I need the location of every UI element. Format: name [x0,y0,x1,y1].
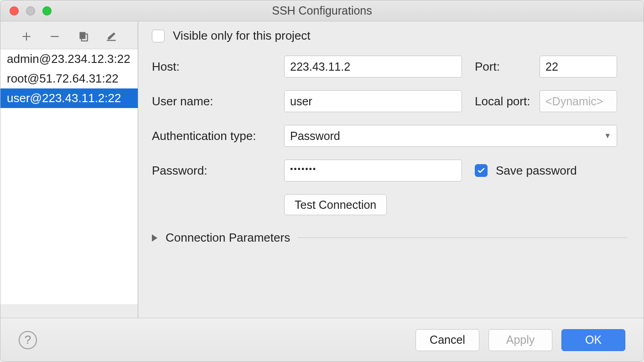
dialog-body: admin@23.234.12.3:22 root@51.72.64.31:22… [0,21,644,318]
chevron-down-icon: ▼ [604,132,611,140]
config-list: admin@23.234.12.3:22 root@51.72.64.31:22… [0,49,138,304]
pencil-icon [105,31,117,42]
check-icon [477,166,486,175]
minus-icon [49,31,61,42]
question-icon: ? [25,333,31,347]
port-label: Port: [462,60,540,74]
triangle-right-icon [152,234,157,242]
config-list-item[interactable]: root@51.72.64.31:22 [0,69,138,88]
connection-params-label: Connection Parameters [166,231,290,245]
host-field[interactable]: 223.43.11.2 [284,56,462,78]
add-config-button[interactable] [20,30,33,43]
plus-icon [21,31,32,42]
copy-config-button[interactable] [76,30,90,43]
config-list-item[interactable]: user@223.43.11.2:22 [0,88,138,108]
connection-params-toggle[interactable]: Connection Parameters [152,231,290,245]
visible-only-label: Visible only for this project [173,29,311,43]
minimize-window-button[interactable] [26,6,35,16]
host-label: Host: [152,60,284,74]
cancel-button[interactable]: Cancel [415,329,479,351]
connection-params-section: Connection Parameters [152,231,627,245]
sidebar-toolbar [0,28,138,49]
save-password-label: Save password [496,164,577,178]
remove-config-button[interactable] [48,30,62,43]
titlebar: SSH Configurations [0,0,644,21]
help-button[interactable]: ? [19,331,37,349]
authtype-label: Authentication type: [152,129,284,143]
sidebar: admin@23.234.12.3:22 root@51.72.64.31:22… [0,21,138,318]
config-form: Visible only for this project Host: 223.… [138,21,644,318]
username-field[interactable]: user [284,90,462,112]
svg-rect-0 [51,36,58,37]
window-controls [0,6,52,16]
edit-config-button[interactable] [104,30,118,43]
save-password-row: Save password [462,164,617,178]
copy-icon [77,31,89,42]
localport-field[interactable]: <Dynamic> [540,90,617,112]
visible-only-checkbox[interactable] [152,30,165,42]
save-password-checkbox[interactable] [475,164,488,177]
authtype-value: Password [290,129,340,143]
dialog-footer: ? Cancel Apply OK [0,318,644,362]
authtype-select[interactable]: Password ▼ [284,125,617,147]
ok-button[interactable]: OK [561,329,625,351]
section-divider [297,238,627,238]
password-field[interactable]: ••••••• [284,160,462,181]
username-label: User name: [152,94,284,109]
form-grid: Host: 223.43.11.2 Port: 22 User name: us… [152,56,627,215]
zoom-window-button[interactable] [42,6,52,16]
window-title: SSH Configurations [0,4,644,17]
apply-button[interactable]: Apply [488,329,552,351]
config-list-item[interactable]: admin@23.234.12.3:22 [0,49,138,69]
password-mask: ••••••• [290,165,317,174]
visible-only-row: Visible only for this project [152,29,627,43]
ssh-configurations-window: SSH Configurations admin@23.234.12 [0,0,644,362]
close-window-button[interactable] [10,6,19,16]
password-label: Password: [152,164,284,178]
port-field[interactable]: 22 [540,56,617,78]
svg-rect-1 [79,32,85,39]
localport-label: Local port: [462,94,540,109]
test-connection-button[interactable]: Test Connection [284,194,387,215]
